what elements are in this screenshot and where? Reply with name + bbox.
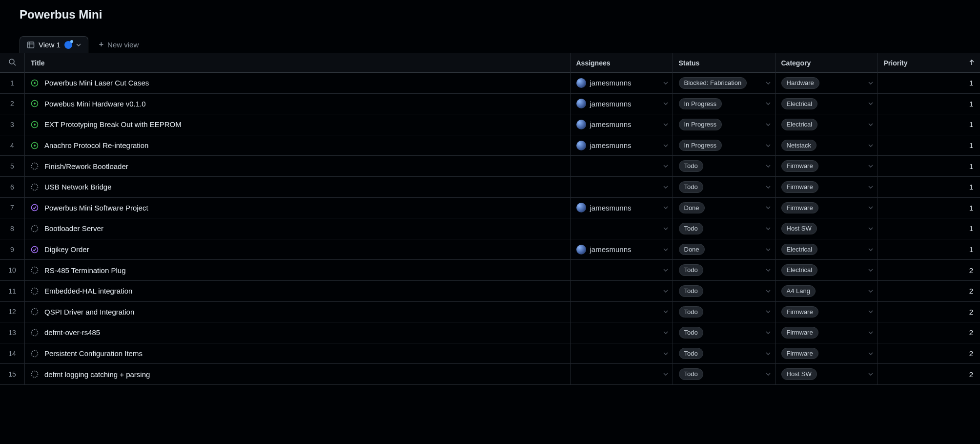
- chevron-down-icon[interactable]: [868, 163, 874, 169]
- chevron-down-icon[interactable]: [868, 80, 874, 86]
- tab-menu-chevron-icon[interactable]: [76, 42, 81, 47]
- priority-cell[interactable]: 1: [878, 240, 980, 259]
- table-row[interactable]: 10RS-485 Termination PlugTodoElectrical2: [0, 260, 980, 281]
- status-cell[interactable]: In Progress: [673, 135, 775, 156]
- issue-title[interactable]: Finish/Rework Bootloader: [44, 162, 128, 170]
- category-cell[interactable]: Host SW: [776, 218, 878, 239]
- table-row[interactable]: 8Bootloader ServerTodoHost SW1: [0, 218, 980, 239]
- table-row[interactable]: 15defmt logging catching + parsingTodoHo…: [0, 364, 980, 385]
- chevron-down-icon[interactable]: [663, 247, 669, 253]
- status-cell[interactable]: Todo: [673, 177, 775, 197]
- assignees-cell[interactable]: [571, 282, 673, 300]
- table-row[interactable]: 6USB Network BridgeTodoFirmware1: [0, 176, 980, 197]
- chevron-down-icon[interactable]: [765, 80, 771, 86]
- title-cell[interactable]: Powebus Mini Hardware v0.1.0: [25, 94, 570, 113]
- title-cell[interactable]: Bootloader Server: [25, 219, 570, 238]
- priority-cell[interactable]: 2: [878, 261, 980, 279]
- priority-cell[interactable]: 2: [878, 302, 980, 321]
- table-row[interactable]: 11Embedded-HAL integrationTodoA4 Lang2: [0, 280, 980, 301]
- category-cell[interactable]: Firmware: [776, 322, 878, 343]
- chevron-down-icon[interactable]: [765, 205, 771, 211]
- assignees-cell[interactable]: [571, 261, 673, 279]
- issue-title[interactable]: Powerbus Mini Software Project: [44, 204, 148, 212]
- category-cell[interactable]: Host SW: [776, 364, 878, 384]
- chevron-down-icon[interactable]: [868, 330, 874, 336]
- column-header-title[interactable]: Title: [25, 53, 571, 73]
- priority-cell[interactable]: 2: [878, 323, 980, 342]
- chevron-down-icon[interactable]: [765, 163, 771, 169]
- column-header-category[interactable]: Category: [775, 53, 878, 73]
- issue-title[interactable]: defmt logging catching + parsing: [44, 370, 150, 379]
- chevron-down-icon[interactable]: [868, 288, 874, 294]
- chevron-down-icon[interactable]: [765, 226, 771, 232]
- issue-title[interactable]: RS-485 Termination Plug: [44, 266, 125, 275]
- issue-title[interactable]: Digikey Order: [44, 245, 89, 254]
- issue-title[interactable]: USB Network Bridge: [44, 183, 112, 191]
- priority-cell[interactable]: 1: [878, 198, 980, 217]
- status-cell[interactable]: In Progress: [673, 114, 775, 135]
- chevron-down-icon[interactable]: [765, 184, 771, 190]
- chevron-down-icon[interactable]: [663, 309, 669, 315]
- chevron-down-icon[interactable]: [765, 330, 771, 336]
- table-row[interactable]: 13defmt-over-rs485TodoFirmware2: [0, 322, 980, 343]
- title-cell[interactable]: Anachro Protocol Re-integration: [25, 136, 570, 155]
- status-cell[interactable]: Todo: [673, 156, 775, 176]
- priority-cell[interactable]: 1: [878, 178, 980, 196]
- title-cell[interactable]: EXT Prototyping Break Out with EEPROM: [25, 115, 570, 134]
- table-row[interactable]: 2Powebus Mini Hardware v0.1.0jamesmunnsI…: [0, 93, 980, 114]
- chevron-down-icon[interactable]: [663, 122, 669, 127]
- status-cell[interactable]: Todo: [673, 302, 775, 322]
- chevron-down-icon[interactable]: [765, 288, 771, 294]
- table-row[interactable]: 7Powerbus Mini Software Projectjamesmunn…: [0, 197, 980, 218]
- priority-cell[interactable]: 1: [878, 136, 980, 155]
- table-row[interactable]: 1Powerbus Mini Laser Cut Casesjamesmunns…: [0, 73, 980, 94]
- chevron-down-icon[interactable]: [663, 143, 669, 148]
- title-cell[interactable]: QSPI Driver and Integration: [25, 302, 570, 321]
- search-header[interactable]: [0, 53, 25, 73]
- category-cell[interactable]: Electrical: [776, 260, 878, 280]
- title-cell[interactable]: Finish/Rework Bootloader: [25, 157, 570, 175]
- tab-view-1[interactable]: View 1: [20, 36, 88, 53]
- chevron-down-icon[interactable]: [663, 351, 669, 357]
- title-cell[interactable]: Digikey Order: [25, 240, 570, 259]
- issue-title[interactable]: Embedded-HAL integration: [44, 287, 132, 295]
- issue-title[interactable]: defmt-over-rs485: [44, 328, 100, 337]
- priority-cell[interactable]: 2: [878, 282, 980, 300]
- chevron-down-icon[interactable]: [663, 371, 669, 377]
- priority-cell[interactable]: 1: [878, 74, 980, 92]
- title-cell[interactable]: defmt logging catching + parsing: [25, 365, 570, 383]
- assignees-cell[interactable]: [571, 178, 673, 196]
- chevron-down-icon[interactable]: [868, 309, 874, 315]
- assignees-cell[interactable]: [571, 157, 673, 175]
- chevron-down-icon[interactable]: [868, 267, 874, 273]
- issue-title[interactable]: Powerbus Mini Laser Cut Cases: [44, 79, 149, 87]
- chevron-down-icon[interactable]: [765, 267, 771, 273]
- status-cell[interactable]: Todo: [673, 343, 775, 364]
- title-cell[interactable]: RS-485 Termination Plug: [25, 261, 570, 279]
- chevron-down-icon[interactable]: [765, 122, 771, 127]
- chevron-down-icon[interactable]: [868, 351, 874, 357]
- status-cell[interactable]: Todo: [673, 218, 775, 239]
- assignees-cell[interactable]: jamesmunns: [571, 115, 673, 134]
- priority-cell[interactable]: 1: [878, 157, 980, 175]
- assignees-cell[interactable]: jamesmunns: [571, 74, 673, 92]
- status-cell[interactable]: Todo: [673, 364, 775, 384]
- column-header-assignees[interactable]: Assignees: [570, 53, 673, 73]
- title-cell[interactable]: defmt-over-rs485: [25, 323, 570, 342]
- title-cell[interactable]: Persistent Configuration Items: [25, 344, 570, 363]
- chevron-down-icon[interactable]: [663, 288, 669, 294]
- category-cell[interactable]: Firmware: [776, 156, 878, 176]
- assignees-cell[interactable]: jamesmunns: [571, 198, 673, 217]
- category-cell[interactable]: Electrical: [776, 114, 878, 135]
- assignees-cell[interactable]: jamesmunns: [571, 136, 673, 155]
- chevron-down-icon[interactable]: [663, 205, 669, 211]
- issue-title[interactable]: QSPI Driver and Integration: [44, 308, 134, 316]
- chevron-down-icon[interactable]: [663, 226, 669, 232]
- issue-title[interactable]: Persistent Configuration Items: [44, 349, 143, 358]
- title-cell[interactable]: Powerbus Mini Software Project: [25, 198, 570, 217]
- category-cell[interactable]: Hardware: [776, 73, 878, 93]
- assignees-cell[interactable]: jamesmunns: [571, 240, 673, 259]
- table-row[interactable]: 4Anachro Protocol Re-integrationjamesmun…: [0, 135, 980, 156]
- priority-cell[interactable]: 1: [878, 115, 980, 134]
- chevron-down-icon[interactable]: [663, 267, 669, 273]
